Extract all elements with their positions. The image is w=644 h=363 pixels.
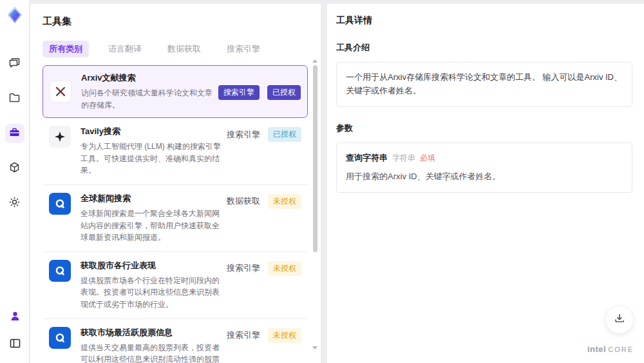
sidebar-item-files[interactable]: [5, 89, 24, 108]
tool-description: 提供当天交易量最高的股票列表，投资者可以利用这些信息来识别流动性强的股票和潜在的…: [80, 342, 227, 363]
intro-section-title: 工具介绍: [336, 42, 632, 54]
tool-card-text: 全球新闻搜索 全球新闻搜索是一个聚合全球各大新闻网站内容的搜索引擎，帮助用户快速…: [80, 193, 227, 244]
blue-q-icon: [49, 260, 71, 282]
brand-core: CORE: [608, 346, 634, 353]
auth-status-badge: 已授权: [268, 127, 301, 142]
tab-data-fetch[interactable]: 数据获取: [161, 41, 207, 57]
sidebar-bottom: [0, 308, 30, 354]
category-label: 搜索引擎: [227, 329, 260, 341]
tab-language-translation[interactable]: 语言翻译: [102, 41, 148, 57]
left-sidebar: [0, 0, 30, 363]
intro-text: 一个用于从Arxiv存储库搜索科学论文和文章的工具。 输入可以是Arxiv ID…: [346, 72, 622, 95]
folder-icon: [8, 92, 21, 106]
tool-card-text: 获取股市各行业表现 提供股票市场各个行业在特定时间段内的表现。投资者可以利用这些…: [80, 260, 227, 311]
tool-name: Tavily搜索: [80, 126, 227, 137]
scrollbar-thumb[interactable]: [313, 65, 317, 252]
tool-name: Arxiv文献搜索: [81, 72, 218, 84]
scrollbar-up-arrow-icon[interactable]: [312, 59, 317, 63]
tool-card-text: Arxiv文献搜索 访问各个研究领域大量科学论文和文章的存储库。: [81, 72, 218, 111]
tool-tags: 搜索引擎 未授权: [227, 260, 301, 276]
category-label: 搜索引擎: [227, 129, 260, 141]
auth-status-badge: 已授权: [267, 85, 301, 100]
app-logo-icon: [5, 5, 24, 25]
param-name: 查询字符串: [346, 152, 388, 165]
tool-list: Arxiv文献搜索 访问各个研究领域大量科学论文和文章的存储库。 搜索引擎 已授…: [43, 65, 308, 363]
tool-tags: 搜索引擎 已授权: [227, 126, 301, 142]
page-title: 工具集: [43, 15, 321, 28]
sidebar-item-models[interactable]: [5, 159, 24, 178]
tool-name: 获取市场最活跃股票信息: [80, 327, 227, 338]
tool-card-active-stocks[interactable]: 获取市场最活跃股票信息 提供当天交易量最高的股票列表，投资者可以利用这些信息来识…: [43, 319, 308, 363]
tool-card-arxiv[interactable]: Arxiv文献搜索 访问各个研究领域大量科学论文和文章的存储库。 搜索引擎 已授…: [43, 65, 308, 118]
arxiv-x-icon: [50, 81, 71, 103]
params-section-title: 参数: [336, 123, 632, 134]
auth-status-badge: 未授权: [268, 328, 301, 343]
gear-icon: [8, 196, 21, 211]
tool-description: 全球新闻搜索是一个聚合全球各大新闻网站内容的搜索引擎，帮助用户快速获取全球最新资…: [80, 208, 227, 244]
user-profile-button[interactable]: [5, 308, 24, 327]
auth-status-badge: 未授权: [268, 194, 301, 209]
blue-q-icon: [49, 327, 71, 349]
toolbox-icon: [8, 126, 21, 141]
intel-core-logo: intel CORE: [587, 344, 634, 354]
tab-search-engine[interactable]: 搜索引擎: [220, 41, 267, 57]
app-window: 工具集 所有类别 语言翻译 数据获取 搜索引擎 Arxiv文献搜索 访问各个研究…: [0, 0, 644, 363]
sidebar-item-chat[interactable]: [5, 54, 24, 74]
category-label: 数据获取: [227, 195, 260, 207]
tool-card-stock-sectors[interactable]: 获取股市各行业表现 提供股票市场各个行业在特定时间段内的表现。投资者可以利用这些…: [43, 252, 308, 319]
tab-all-categories[interactable]: 所有类别: [43, 41, 89, 57]
intro-box: 一个用于从Arxiv存储库搜索科学论文和文章的工具。 输入可以是Arxiv ID…: [336, 62, 632, 107]
category-label: 搜索引擎: [227, 262, 260, 274]
param-type: 字符串: [392, 152, 415, 164]
black-star-icon: [49, 126, 71, 148]
tools-panel: 工具集 所有类别 语言翻译 数据获取 搜索引擎 Arxiv文献搜索 访问各个研究…: [30, 4, 321, 363]
category-badge: 搜索引擎: [218, 85, 260, 100]
param-header: 查询字符串 字符串 必填: [346, 152, 623, 165]
tool-card-text: 获取市场最活跃股票信息 提供当天交易量最高的股票列表，投资者可以利用这些信息来识…: [80, 327, 227, 363]
tool-tags: 搜索引擎 未授权: [227, 327, 301, 343]
param-required-flag: 必填: [420, 152, 435, 164]
auth-status-badge: 未授权: [268, 261, 301, 276]
collapse-panel-button[interactable]: [5, 335, 24, 354]
param-description: 用于搜索的Arxiv ID、关键字或作者姓名。: [346, 170, 623, 184]
sidebar-item-tools[interactable]: [5, 124, 24, 143]
brand-intel: intel: [587, 344, 606, 354]
tool-name: 全球新闻搜索: [80, 193, 227, 204]
tool-description: 访问各个研究领域大量科学论文和文章的存储库。: [81, 87, 218, 111]
tool-card-text: Tavily搜索 专为人工智能代理 (LLM) 构建的搜索引擎工具。可快速提供实…: [80, 126, 227, 177]
tool-detail-panel: 工具详情 工具介绍 一个用于从Arxiv存储库搜索科学论文和文章的工具。 输入可…: [327, 4, 644, 363]
param-box: 查询字符串 字符串 必填 用于搜索的Arxiv ID、关键字或作者姓名。: [336, 142, 632, 193]
download-icon: [614, 313, 625, 327]
list-scrollbar[interactable]: [312, 59, 317, 356]
tool-description: 提供股票市场各个行业在特定时间段内的表现。投资者可以利用这些信息来识别表现优于或…: [80, 275, 227, 311]
blue-q-icon: [49, 193, 71, 215]
tool-tags: 搜索引擎 已授权: [218, 84, 301, 100]
avatar-icon: [9, 310, 21, 325]
tool-card-global-news[interactable]: 全球新闻搜索 全球新闻搜索是一个聚合全球各大新闻网站内容的搜索引擎，帮助用户快速…: [43, 185, 308, 252]
chat-icon: [8, 57, 21, 72]
scrollbar-down-arrow-icon[interactable]: [312, 346, 317, 349]
panel-layout-icon: [9, 337, 21, 352]
category-tabs: 所有类别 语言翻译 数据获取 搜索引擎: [43, 41, 321, 57]
cube-icon: [8, 161, 21, 176]
sidebar-item-settings[interactable]: [5, 193, 24, 213]
download-button[interactable]: [606, 306, 633, 333]
tool-tags: 数据获取 未授权: [227, 193, 301, 209]
tool-description: 专为人工智能代理 (LLM) 构建的搜索引擎工具。可快速提供实时、准确和真实的结…: [80, 141, 227, 177]
tool-name: 获取股市各行业表现: [80, 260, 227, 271]
detail-title: 工具详情: [336, 15, 632, 26]
sidebar-nav: [5, 54, 24, 213]
tool-card-tavily[interactable]: Tavily搜索 专为人工智能代理 (LLM) 构建的搜索引擎工具。可快速提供实…: [43, 118, 308, 185]
